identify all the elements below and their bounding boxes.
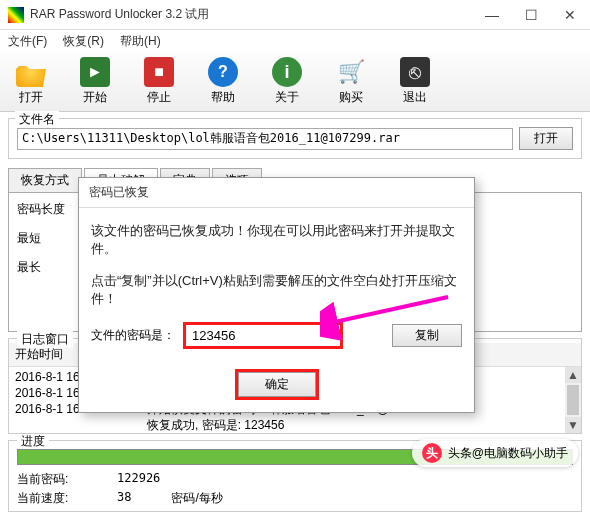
title-bar: RAR Password Unlocker 3.2 试用 — ☐ ✕ bbox=[0, 0, 590, 30]
max-length-label: 最长 bbox=[17, 259, 77, 276]
ok-button[interactable]: 确定 bbox=[238, 372, 316, 397]
exit-icon: ⎋ bbox=[400, 57, 430, 87]
toolbar-exit[interactable]: ⎋退出 bbox=[392, 57, 438, 106]
scroll-down-icon[interactable]: ▼ bbox=[565, 417, 581, 433]
about-icon: i bbox=[272, 57, 302, 87]
log-row: 恢复成功, 密码是: 123456 bbox=[15, 417, 575, 433]
file-open-button[interactable]: 打开 bbox=[519, 127, 573, 150]
cart-icon: 🛒 bbox=[336, 57, 366, 87]
toolbar-start[interactable]: ►开始 bbox=[72, 57, 118, 106]
password-label: 文件的密码是： bbox=[91, 327, 175, 344]
password-recovered-dialog: 密码已恢复 该文件的密码已恢复成功！你现在可以用此密码来打开并提取文件。 点击“… bbox=[78, 177, 475, 413]
toolbar-about[interactable]: i关于 bbox=[264, 57, 310, 106]
current-password-label: 当前密码: bbox=[17, 471, 77, 488]
watermark-icon: 头 bbox=[422, 443, 442, 463]
min-length-label: 最短 bbox=[17, 230, 77, 247]
toolbar-open[interactable]: 打开 bbox=[8, 57, 54, 106]
help-icon: ? bbox=[208, 57, 238, 87]
app-icon bbox=[8, 7, 24, 23]
scroll-thumb[interactable] bbox=[567, 385, 579, 415]
current-speed-value: 38 bbox=[117, 490, 131, 507]
toolbar-help[interactable]: ?帮助 bbox=[200, 57, 246, 106]
file-panel-legend: 文件名 bbox=[15, 111, 59, 128]
log-col-time: 开始时间 bbox=[15, 346, 63, 363]
toolbar-stop[interactable]: ■停止 bbox=[136, 57, 182, 106]
password-length-label: 密码长度 bbox=[17, 201, 77, 218]
watermark-text: 头条@电脑数码小助手 bbox=[448, 445, 568, 462]
ok-button-highlight: 确定 bbox=[235, 369, 319, 400]
stop-icon: ■ bbox=[144, 57, 174, 87]
current-speed-label: 当前速度: bbox=[17, 490, 77, 507]
dialog-message-1: 该文件的密码已恢复成功！你现在可以用此密码来打开并提取文件。 bbox=[91, 222, 462, 258]
dialog-message-2: 点击“复制”并以(Ctrl+V)粘贴到需要解压的文件空白处打开压缩文件！ bbox=[91, 272, 462, 308]
maximize-button[interactable]: ☐ bbox=[519, 7, 544, 23]
file-path-input[interactable] bbox=[17, 128, 513, 150]
dialog-title: 密码已恢复 bbox=[89, 184, 149, 201]
folder-open-icon bbox=[16, 57, 46, 87]
close-button[interactable]: ✕ bbox=[558, 7, 582, 23]
log-scrollbar[interactable]: ▲ ▼ bbox=[565, 367, 581, 433]
current-password-value: 122926 bbox=[117, 471, 160, 488]
tab-recover-mode[interactable]: 恢复方式 bbox=[8, 168, 82, 193]
menu-recover[interactable]: 恢复(R) bbox=[63, 33, 104, 50]
log-legend: 日志窗口 bbox=[17, 331, 73, 348]
watermark: 头 头条@电脑数码小助手 bbox=[412, 439, 578, 467]
minimize-button[interactable]: — bbox=[479, 7, 505, 23]
menu-file[interactable]: 文件(F) bbox=[8, 33, 47, 50]
copy-button[interactable]: 复制 bbox=[392, 324, 462, 347]
speed-unit: 密码/每秒 bbox=[171, 490, 222, 507]
toolbar: 打开 ►开始 ■停止 ?帮助 i关于 🛒购买 ⎋退出 bbox=[0, 52, 590, 112]
menu-bar: 文件(F) 恢复(R) 帮助(H) bbox=[0, 30, 590, 52]
play-icon: ► bbox=[80, 57, 110, 87]
recovered-password[interactable]: 123456 bbox=[183, 322, 343, 349]
dialog-title-bar: 密码已恢复 bbox=[79, 178, 474, 208]
window-title: RAR Password Unlocker 3.2 试用 bbox=[30, 6, 479, 23]
file-panel: 文件名 打开 bbox=[8, 118, 582, 159]
progress-legend: 进度 bbox=[17, 433, 49, 450]
scroll-up-icon[interactable]: ▲ bbox=[565, 367, 581, 383]
toolbar-buy[interactable]: 🛒购买 bbox=[328, 57, 374, 106]
menu-help[interactable]: 帮助(H) bbox=[120, 33, 161, 50]
